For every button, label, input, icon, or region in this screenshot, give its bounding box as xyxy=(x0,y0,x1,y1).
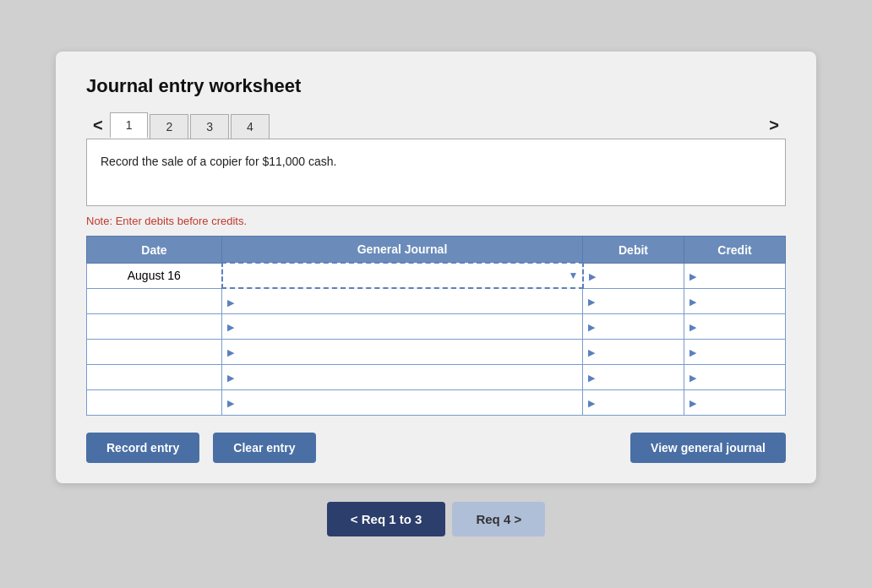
table-row: ▶ ▶ ▶ xyxy=(87,364,786,389)
next-req-button[interactable]: Req 4 > xyxy=(452,502,545,536)
input-arrow-icon: ▶ xyxy=(689,398,696,409)
journal-table: Date General Journal Debit Credit August… xyxy=(86,236,786,416)
tab-2[interactable]: 2 xyxy=(150,114,188,139)
col-debit: Debit xyxy=(583,237,684,264)
date-cell-3 xyxy=(87,313,222,339)
date-cell-4 xyxy=(87,339,222,364)
input-arrow-icon: ▶ xyxy=(227,373,234,384)
credit-cell-1[interactable]: ▶ xyxy=(684,263,786,288)
input-arrow-icon: ▶ xyxy=(689,271,696,282)
col-general-journal: General Journal xyxy=(222,237,583,264)
general-cell-3[interactable]: ▶ xyxy=(222,313,583,339)
clear-entry-button[interactable]: Clear entry xyxy=(213,433,315,463)
tab-3[interactable]: 3 xyxy=(190,114,229,139)
table-row: August 16 ▼ ▶ ▶ xyxy=(87,263,786,288)
col-date: Date xyxy=(87,237,222,264)
tabs-container: 1 2 3 4 xyxy=(110,112,763,139)
input-arrow-icon: ▶ xyxy=(227,398,234,409)
page-title: Journal entry worksheet xyxy=(86,75,786,97)
page-wrapper: Journal entry worksheet < 1 2 3 4 > Reco… xyxy=(0,0,872,588)
input-arrow-icon: ▶ xyxy=(588,347,595,358)
tabs-row: < 1 2 3 4 > xyxy=(86,112,786,139)
debit-cell-1[interactable]: ▶ xyxy=(583,263,684,288)
debit-cell-6[interactable]: ▶ xyxy=(583,389,684,415)
debit-cell-3[interactable]: ▶ xyxy=(583,313,684,339)
date-cell-1: August 16 xyxy=(87,263,222,288)
bottom-navigation: < Req 1 to 3 Req 4 > xyxy=(327,502,545,536)
table-row: ▶ ▶ ▶ xyxy=(87,339,786,364)
input-arrow-icon: ▶ xyxy=(227,322,234,333)
table-row: ▶ ▶ ▶ xyxy=(87,288,786,313)
date-cell-2 xyxy=(87,288,222,313)
credit-cell-2[interactable]: ▶ xyxy=(684,288,786,313)
date-cell-6 xyxy=(87,389,222,415)
record-entry-button[interactable]: Record entry xyxy=(86,433,199,463)
input-arrow-icon: ▶ xyxy=(588,297,595,308)
input-arrow-icon: ▶ xyxy=(689,347,696,358)
credit-cell-5[interactable]: ▶ xyxy=(684,364,786,389)
debit-cell-2[interactable]: ▶ xyxy=(583,288,684,313)
input-arrow-icon: ▶ xyxy=(588,322,595,333)
view-general-journal-button[interactable]: View general journal xyxy=(630,433,786,463)
instruction-box: Record the sale of a copier for $11,000 … xyxy=(86,139,786,206)
input-arrow-icon: ▶ xyxy=(227,297,234,308)
input-arrow-icon: ▶ xyxy=(689,297,696,308)
nav-left-arrow[interactable]: < xyxy=(86,112,110,139)
input-arrow-icon: ▶ xyxy=(588,398,595,409)
dropdown-arrow-icon: ▼ xyxy=(569,270,579,281)
general-cell-2[interactable]: ▶ xyxy=(222,288,583,313)
debit-cell-4[interactable]: ▶ xyxy=(583,339,684,364)
table-row: ▶ ▶ ▶ xyxy=(87,313,786,339)
tab-4[interactable]: 4 xyxy=(231,114,270,139)
date-cell-5 xyxy=(87,364,222,389)
input-arrow-icon: ▶ xyxy=(689,373,696,384)
credit-cell-3[interactable]: ▶ xyxy=(684,313,786,339)
credit-cell-6[interactable]: ▶ xyxy=(684,389,786,415)
input-arrow-icon: ▶ xyxy=(588,373,595,384)
input-arrow-icon: ▶ xyxy=(227,347,234,358)
worksheet-card: Journal entry worksheet < 1 2 3 4 > Reco… xyxy=(56,52,816,483)
table-row: ▶ ▶ ▶ xyxy=(87,389,786,415)
general-cell-6[interactable]: ▶ xyxy=(222,389,583,415)
credit-cell-4[interactable]: ▶ xyxy=(684,339,786,364)
prev-req-button[interactable]: < Req 1 to 3 xyxy=(327,502,446,536)
general-cell-5[interactable]: ▶ xyxy=(222,364,583,389)
general-cell-4[interactable]: ▶ xyxy=(222,339,583,364)
debit-cell-5[interactable]: ▶ xyxy=(583,364,684,389)
col-credit: Credit xyxy=(684,237,786,264)
tab-1[interactable]: 1 xyxy=(110,112,149,139)
general-cell-1[interactable]: ▼ xyxy=(222,263,583,288)
note-text: Note: Enter debits before credits. xyxy=(86,215,786,227)
nav-right-arrow[interactable]: > xyxy=(762,112,786,139)
input-arrow-icon: ▶ xyxy=(589,271,596,282)
action-buttons-row: Record entry Clear entry View general jo… xyxy=(86,433,786,463)
instruction-text: Record the sale of a copier for $11,000 … xyxy=(101,155,336,168)
input-arrow-icon: ▶ xyxy=(689,322,696,333)
